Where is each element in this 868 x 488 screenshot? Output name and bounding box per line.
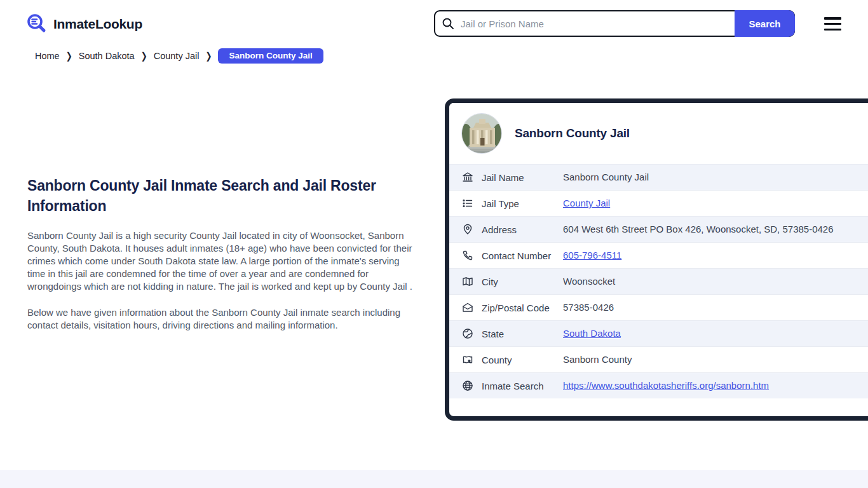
globe-icon (462, 328, 473, 339)
intro-paragraph: Sanborn County Jail is a high security C… (27, 229, 414, 293)
row-zip-code: Zip/Postal Code 57385-0426 (449, 294, 868, 320)
globe-grid-icon (462, 380, 473, 391)
state-link[interactable]: South Dakota (563, 328, 621, 339)
row-inmate-search: Inmate Search https://www.southdakotashe… (449, 372, 868, 398)
row-value: 605-796-4511 (563, 248, 862, 263)
row-label: County (482, 355, 563, 365)
bank-icon (462, 172, 473, 183)
row-label: Address (482, 224, 563, 235)
row-address: Address 604 West 6th Street PO Box 426, … (449, 216, 868, 242)
jail-photo (461, 113, 502, 154)
row-state: State South Dakota (449, 320, 868, 346)
row-label: Inmate Search (482, 381, 563, 391)
menu-icon[interactable] (824, 17, 841, 30)
row-value: 604 West 6th Street PO Box 426, Woonsock… (563, 222, 862, 237)
row-value: County Jail (563, 196, 862, 211)
search-bar: Search (434, 10, 795, 37)
jail-detail-rows: Jail Name Sanborn County Jail Jail Type … (449, 164, 868, 398)
row-county: County Sanborn County (449, 346, 868, 372)
brand-logo[interactable]: InmateLookup (25, 13, 142, 36)
row-label: State (482, 329, 563, 339)
row-value: Sanborn County Jail (563, 170, 862, 185)
breadcrumb-home[interactable]: Home (35, 51, 60, 61)
row-value: Woonsocket (563, 274, 862, 289)
breadcrumb-county-jail[interactable]: County Jail (154, 51, 200, 61)
map-pin-icon (462, 224, 473, 235)
breadcrumb: Home ❯ South Dakota ❯ County Jail ❯ Sanb… (35, 48, 323, 64)
row-label: Contact Number (482, 250, 563, 261)
page-title: Sanborn County Jail Inmate Search and Ja… (27, 175, 414, 216)
card-title: Sanborn County Jail (515, 126, 630, 140)
row-label: Jail Name (482, 172, 563, 183)
flag-icon (462, 354, 473, 365)
magnifier-logo-icon (25, 13, 48, 36)
row-label: Jail Type (482, 198, 563, 209)
breadcrumb-current-badge: Sanborn County Jail (218, 48, 323, 64)
chevron-right-icon: ❯ (205, 50, 212, 62)
row-value: Sanborn County (563, 352, 862, 367)
row-value: https://www.southdakotasheriffs.org/sanb… (563, 378, 862, 393)
row-contact-number: Contact Number 605-796-4511 (449, 242, 868, 268)
map-icon (462, 276, 473, 287)
brand-name: InmateLookup (53, 17, 142, 32)
jail-info-card: Sanborn County Jail Jail Name Sanborn Co… (445, 98, 868, 421)
inmate-search-link[interactable]: https://www.southdakotasheriffs.org/sanb… (563, 380, 769, 391)
breadcrumb-south-dakota[interactable]: South Dakota (79, 51, 135, 61)
secondary-paragraph: Below we have given information about th… (27, 306, 414, 332)
row-label: City (482, 276, 563, 287)
row-value: 57385-0426 (563, 300, 862, 315)
chevron-right-icon: ❯ (66, 50, 72, 62)
row-city: City Woonsocket (449, 268, 868, 294)
article: Sanborn County Jail Inmate Search and Ja… (27, 175, 414, 332)
courthouse-image (462, 114, 502, 154)
page: InmateLookup Search Home ❯ South Dakota … (0, 0, 868, 488)
search-button[interactable]: Search (735, 10, 795, 37)
mail-icon (462, 302, 473, 313)
footer-band (0, 470, 868, 488)
contact-number-link[interactable]: 605-796-4511 (563, 250, 621, 261)
search-icon (442, 17, 454, 30)
row-label: Zip/Postal Code (482, 302, 563, 313)
chevron-right-icon: ❯ (141, 50, 147, 62)
row-value: South Dakota (563, 326, 862, 341)
phone-icon (462, 250, 473, 261)
row-jail-name: Jail Name Sanborn County Jail (449, 164, 868, 190)
row-jail-type: Jail Type County Jail (449, 190, 868, 216)
card-header: Sanborn County Jail (449, 103, 868, 164)
jail-type-link[interactable]: County Jail (563, 198, 610, 208)
list-icon (462, 198, 473, 209)
